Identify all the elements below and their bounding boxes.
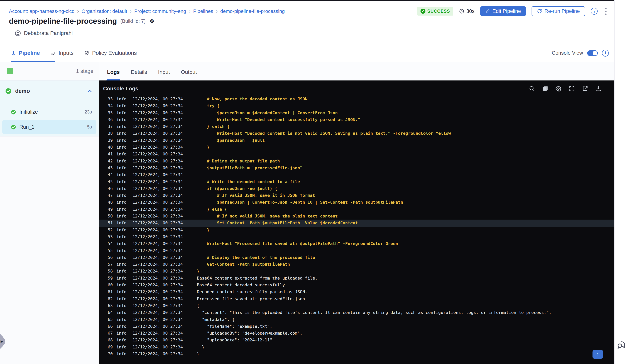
breadcrumb-account[interactable]: Account: app-harness-ng-cicd xyxy=(9,8,75,14)
log-line-66[interactable]: 66info12/12/2024, 00:27:34 "fileName": "… xyxy=(99,323,614,330)
log-msg: } catch { xyxy=(197,123,614,130)
log-num: 50 xyxy=(99,213,113,219)
tab-inputs[interactable]: Inputs xyxy=(51,44,74,62)
log-line-53[interactable]: 53info12/12/2024, 00:27:34 xyxy=(99,233,614,240)
console-view-toggle[interactable] xyxy=(587,50,598,56)
log-ts: 12/12/2024, 00:27:34 xyxy=(133,316,183,323)
step-label: Run_1 xyxy=(19,124,35,130)
log-num: 39 xyxy=(99,137,113,144)
stage-status-square[interactable] xyxy=(7,68,13,74)
open-in-new-icon[interactable] xyxy=(582,85,588,92)
log-num: 65 xyxy=(99,316,113,323)
log-line-60[interactable]: 60info12/12/2024, 00:27:34Base64 content… xyxy=(99,282,614,289)
search-icon[interactable] xyxy=(529,85,535,92)
log-line-67[interactable]: 67info12/12/2024, 00:27:34 "uploadedBy":… xyxy=(99,330,614,337)
log-ts: 12/12/2024, 00:27:34 xyxy=(133,275,183,282)
log-line-55[interactable]: 55info12/12/2024, 00:27:34 xyxy=(99,247,614,254)
log-line-69[interactable]: 69info12/12/2024, 00:27:34 } xyxy=(99,344,614,351)
log-num: 36 xyxy=(99,116,113,123)
breadcrumb-current-pipeline[interactable]: demo-pipeline-file-processing xyxy=(220,8,285,14)
log-line-48[interactable]: 48info12/12/2024, 00:27:34 $parsedJson |… xyxy=(99,199,614,206)
log-lvl: info xyxy=(116,137,126,144)
breadcrumb-organization[interactable]: Organization: default xyxy=(82,8,127,14)
rerun-info-icon[interactable]: i xyxy=(591,8,598,15)
log-lvl: info xyxy=(116,158,126,164)
log-line-64[interactable]: 64info12/12/2024, 00:27:34 "content": "T… xyxy=(99,309,614,316)
tab-input[interactable]: Input xyxy=(158,69,170,80)
log-line-63[interactable]: 63info12/12/2024, 00:27:34{ xyxy=(99,302,614,309)
tab-details[interactable]: Details xyxy=(131,69,147,80)
fullscreen-icon[interactable] xyxy=(569,85,575,92)
console-view-info-icon[interactable]: i xyxy=(602,50,609,57)
log-msg: { xyxy=(197,302,614,309)
log-line-46[interactable]: 46info12/12/2024, 00:27:34 if ($parsedJs… xyxy=(99,185,614,192)
log-line-43[interactable]: 43info12/12/2024, 00:27:34 $outputFilePa… xyxy=(99,164,614,171)
tab-policy-evaluations[interactable]: Policy Evaluations xyxy=(84,44,137,62)
log-line-45[interactable]: 45info12/12/2024, 00:27:34 # Write the d… xyxy=(99,178,614,185)
log-line-58[interactable]: 58info12/12/2024, 00:27:34} xyxy=(99,268,614,275)
log-line-56[interactable]: 56info12/12/2024, 00:27:34 # Display the… xyxy=(99,254,614,261)
step-run-1[interactable]: Run_1 5s xyxy=(2,120,96,134)
download-icon[interactable] xyxy=(595,85,602,92)
pipeline-nav-row: Pipeline Inputs Policy Evaluations Conso… xyxy=(0,44,614,62)
settings-gear-icon[interactable] xyxy=(555,85,562,92)
log-ts: 12/12/2024, 00:27:34 xyxy=(133,351,183,357)
edit-pipeline-button[interactable]: Edit Pipeline xyxy=(480,6,526,16)
log-num: 70 xyxy=(99,351,113,357)
breadcrumb-pipelines[interactable]: Pipelines xyxy=(193,8,213,14)
log-msg: "fileName": "example.txt", xyxy=(197,323,614,330)
step-detail-tabs: Logs Details Input Output xyxy=(99,62,614,80)
log-msg: Write-Host "Decoded content successfully… xyxy=(197,116,614,123)
step-label: Initialize xyxy=(19,109,38,115)
trigger-user-row: Debabrata Panigrahi xyxy=(15,30,73,36)
log-line-41[interactable]: 41info12/12/2024, 00:27:34 xyxy=(99,151,614,157)
help-chat-icon[interactable] xyxy=(617,340,627,350)
log-line-52[interactable]: 52info12/12/2024, 00:27:34 } xyxy=(99,227,614,233)
log-line-40[interactable]: 40info12/12/2024, 00:27:34 } xyxy=(99,144,614,151)
log-lvl: info xyxy=(116,110,126,116)
log-ts: 12/12/2024, 00:27:34 xyxy=(133,282,183,289)
log-lvl: info xyxy=(116,261,126,268)
more-options-menu[interactable] xyxy=(603,7,609,16)
copy-icon[interactable] xyxy=(542,85,549,92)
log-msg: "metadata": { xyxy=(197,316,614,323)
pipeline-diamond-icon[interactable]: ❖ xyxy=(149,18,155,24)
log-ts: 12/12/2024, 00:27:34 xyxy=(133,158,183,164)
log-line-57[interactable]: 57info12/12/2024, 00:27:34 Get-Content -… xyxy=(99,261,614,268)
log-line-51[interactable]: 51info12/12/2024, 00:27:34 Set-Content -… xyxy=(99,219,614,226)
tab-logs[interactable]: Logs xyxy=(107,69,120,80)
log-num: 60 xyxy=(99,282,113,289)
log-line-36[interactable]: 36info12/12/2024, 00:27:34 Write-Host "D… xyxy=(99,116,614,123)
log-line-42[interactable]: 42info12/12/2024, 00:27:34 # Define the … xyxy=(99,158,614,164)
log-line-54[interactable]: 54info12/12/2024, 00:27:34 Write-Host "P… xyxy=(99,240,614,247)
step-initialize[interactable]: Initialize 23s xyxy=(2,105,96,119)
log-num: 44 xyxy=(99,171,113,178)
sidebar-expander-handle[interactable]: ▶ xyxy=(0,334,5,349)
log-line-34[interactable]: 34info12/12/2024, 00:27:34 try { xyxy=(99,102,614,109)
log-msg xyxy=(197,233,614,240)
log-line-59[interactable]: 59info12/12/2024, 00:27:34Base64 content… xyxy=(99,275,614,282)
log-msg: $parsedJson | ConvertTo-Json -Depth 10 |… xyxy=(197,199,614,206)
log-line-61[interactable]: 61info12/12/2024, 00:27:34Decoded conten… xyxy=(99,289,614,295)
log-line-70[interactable]: 70info12/12/2024, 00:27:34} xyxy=(99,351,614,357)
pipeline-nav-tabs: Pipeline Inputs Policy Evaluations xyxy=(11,44,137,62)
rerun-pipeline-button[interactable]: Re-run Pipeline xyxy=(532,6,585,16)
tab-output[interactable]: Output xyxy=(181,69,197,80)
log-line-38[interactable]: 38info12/12/2024, 00:27:34 Write-Host "D… xyxy=(99,130,614,137)
log-line-37[interactable]: 37info12/12/2024, 00:27:34 } catch { xyxy=(99,123,614,130)
log-line-35[interactable]: 35info12/12/2024, 00:27:34 $parsedJson =… xyxy=(99,110,614,116)
log-line-68[interactable]: 68info12/12/2024, 00:27:34 "uploadDate":… xyxy=(99,337,614,344)
breadcrumb-project[interactable]: Project: community-eng xyxy=(134,8,186,14)
log-line-44[interactable]: 44info12/12/2024, 00:27:34 xyxy=(99,171,614,178)
log-line-62[interactable]: 62info12/12/2024, 00:27:34Processed file… xyxy=(99,295,614,302)
log-line-49[interactable]: 49info12/12/2024, 00:27:34 } else { xyxy=(99,206,614,213)
tab-pipeline[interactable]: Pipeline xyxy=(11,44,40,62)
scroll-to-top-button[interactable]: ↑ xyxy=(593,350,603,359)
stage-header-demo[interactable]: demo xyxy=(0,84,99,98)
chevron-up-icon[interactable] xyxy=(87,88,93,94)
log-line-39[interactable]: 39info12/12/2024, 00:27:34 $parsedJson =… xyxy=(99,137,614,144)
log-line-50[interactable]: 50info12/12/2024, 00:27:34 # If not vali… xyxy=(99,213,614,219)
breadcrumb-separator: › xyxy=(130,8,132,14)
log-line-65[interactable]: 65info12/12/2024, 00:27:34 "metadata": { xyxy=(99,316,614,323)
log-line-47[interactable]: 47info12/12/2024, 00:27:34 # If valid JS… xyxy=(99,192,614,199)
